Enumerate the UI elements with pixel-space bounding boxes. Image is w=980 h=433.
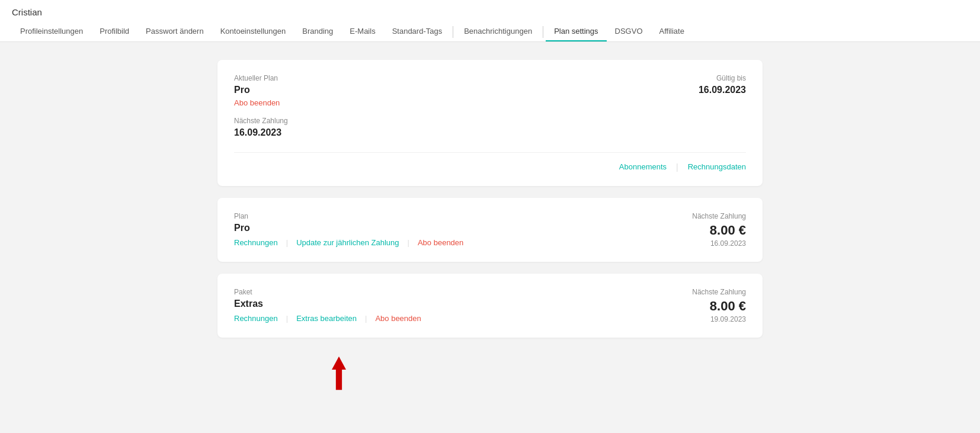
current-plan-cancel-link[interactable]: Abo beenden [234,98,280,107]
tab-plan-settings[interactable]: Plan settings [546,22,606,41]
footer-separator: | [676,162,678,172]
tab-dsgvo[interactable]: DSGVO [607,22,651,41]
extras-next-amount: 8.00 € [692,299,746,314]
plan-next-amount: 8.00 € [692,223,746,238]
plan-links-row: Rechnungen | Update zur jährlichen Zahlu… [234,238,463,247]
plan-cancel-link[interactable]: Abo beenden [418,238,463,247]
header: Cristian Profileinstellungen Profilbild … [0,0,980,42]
extras-card: Paket Extras Rechnungen | Extras bearbei… [217,274,763,338]
tab-benachrichtigungen[interactable]: Benachrichtigungen [456,22,540,41]
gueltig-bis-label: Gültig bis [495,74,746,82]
current-plan-next-date: 16.09.2023 [234,127,485,138]
tab-konto[interactable]: Kontoeinstellungen [212,22,294,41]
extras-name: Extras [234,299,421,309]
arrow-annotation [0,349,763,391]
tab-emails[interactable]: E-Mails [341,22,383,41]
plan-card-left: Plan Pro Rechnungen | Update zur jährlic… [234,212,463,247]
tab-branding[interactable]: Branding [294,22,341,41]
plan-card-right: Nächste Zahlung 8.00 € 16.09.2023 [692,212,746,248]
svg-marker-0 [332,357,346,390]
current-plan-right: Gültig bis 16.09.2023 [495,74,746,140]
plan-card: Plan Pro Rechnungen | Update zur jährlic… [217,198,763,262]
extras-card-row: Paket Extras Rechnungen | Extras bearbei… [234,288,746,323]
extras-card-left: Paket Extras Rechnungen | Extras bearbei… [234,288,421,323]
current-plan-valid-date: 16.09.2023 [495,85,746,95]
nav-tabs: Profileinstellungen Profilbild Passwort … [12,22,968,41]
abonnements-link[interactable]: Abonnements [619,162,667,172]
extras-cancel-link[interactable]: Abo beenden [375,314,421,323]
extras-link-sep1: | [286,314,288,323]
plan-next-date: 16.09.2023 [692,239,746,248]
extras-next-label: Nächste Zahlung [692,288,746,296]
current-plan-left: Aktueller Plan Pro Abo beenden Nächste Z… [234,74,485,140]
naechste-zahlung-label-1: Nächste Zahlung [234,117,485,125]
plan-rechnungen-link[interactable]: Rechnungen [234,238,278,247]
paket-label: Paket [234,288,421,296]
plan-next-label: Nächste Zahlung [692,212,746,220]
current-plan-card: Aktueller Plan Pro Abo beenden Nächste Z… [217,60,763,186]
tab-profilbild[interactable]: Profilbild [91,22,137,41]
red-arrow-icon [327,355,351,391]
user-name: Cristian [12,7,968,22]
plan-link-sep2: | [408,238,409,247]
plan-name: Pro [234,223,463,233]
extras-next-date: 19.09.2023 [692,315,746,323]
extras-link-sep2: | [365,314,367,323]
tab-tags[interactable]: Standard-Tags [384,22,451,41]
nav-separator-2 [543,26,543,38]
plan-update-link[interactable]: Update zur jährlichen Zahlung [296,238,399,247]
extras-card-right: Nächste Zahlung 8.00 € 19.09.2023 [692,288,746,323]
plan-label: Plan [234,212,463,220]
tab-profileinstellungen[interactable]: Profileinstellungen [12,22,91,41]
tab-affiliate[interactable]: Affiliate [651,22,693,41]
current-plan-footer: Abonnements | Rechnungsdaten [234,152,746,172]
rechnungsdaten-link[interactable]: Rechnungsdaten [688,162,746,172]
tab-passwort[interactable]: Passwort ändern [137,22,212,41]
nav-separator [453,26,453,38]
plan-link-sep1: | [286,238,288,247]
plan-card-row: Plan Pro Rechnungen | Update zur jährlic… [234,212,746,248]
extras-links-row: Rechnungen | Extras bearbeiten | Abo bee… [234,314,421,323]
extras-rechnungen-link[interactable]: Rechnungen [234,314,278,323]
current-plan-name: Pro [234,85,485,95]
extras-edit-link[interactable]: Extras bearbeiten [296,314,357,323]
main-content: Aktueller Plan Pro Abo beenden Nächste Z… [206,42,774,409]
aktueller-plan-label: Aktueller Plan [234,74,485,82]
